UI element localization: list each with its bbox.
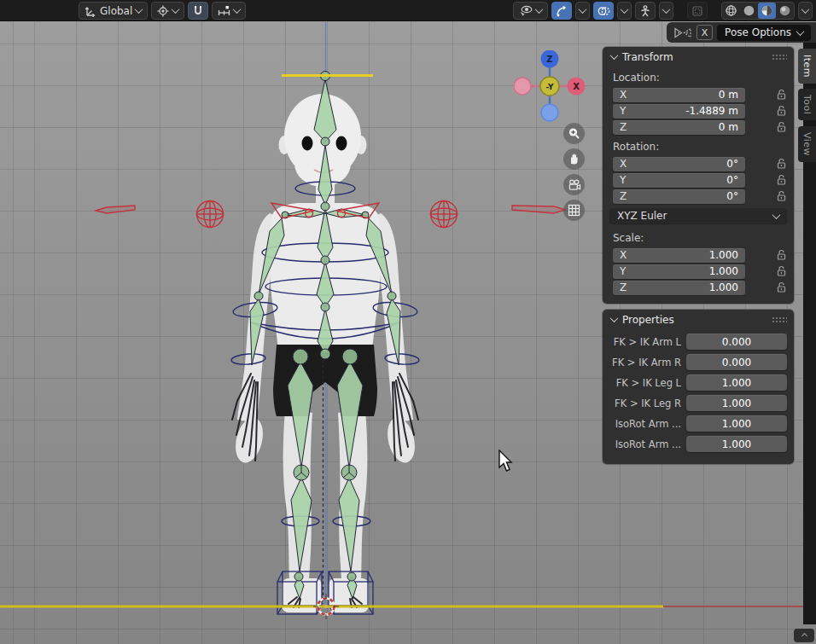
svg-text:-Y: -Y (546, 83, 554, 91)
tab-item[interactable]: Item (798, 49, 816, 84)
fk-ik-leg-r-row: FK > IK Leg R 1.000 (606, 395, 787, 411)
scale-label: Scale: (603, 227, 794, 247)
unlock-icon[interactable] (776, 265, 787, 277)
location-x-field[interactable]: X 0 m (613, 88, 745, 102)
viewport-shading-group (721, 2, 795, 20)
left-eye (302, 136, 313, 151)
zoom-button[interactable] (563, 123, 585, 144)
scale-x-field[interactable]: X 1.000 (613, 248, 745, 263)
pose-options-label: Pose Options (725, 26, 791, 38)
fk-ik-arm-l-field[interactable]: 0.000 (686, 334, 787, 350)
shading-material-preview-button[interactable] (758, 3, 776, 19)
mirror-icon[interactable] (673, 26, 692, 39)
panel-title: Transform (622, 51, 673, 63)
tab-view[interactable]: View (798, 126, 816, 162)
fk-ik-arm-r-field[interactable]: 0.000 (686, 354, 787, 370)
rotation-mode-dropdown[interactable]: XYZ Euler (609, 208, 787, 223)
shading-dropdown[interactable] (798, 2, 813, 20)
isorot-arm-1-field[interactable]: 1.000 (686, 415, 787, 432)
scrollbar-corner-button[interactable] (794, 629, 814, 642)
mirror-x-toggle[interactable]: X (697, 25, 713, 40)
gizmo-z-positive-ball: Z (541, 50, 559, 68)
toggle-ortho-button[interactable] (563, 200, 585, 221)
shading-rendered-button[interactable] (776, 3, 794, 19)
fk-ik-arm-r-row: FK > IK Arm R 0.000 (606, 354, 787, 370)
unlock-icon[interactable] (776, 121, 787, 133)
rotation-x-field[interactable]: X 0° (613, 157, 745, 171)
fk-ik-arm-l-row: FK > IK Arm L 0.000 (606, 334, 787, 350)
scale-y-field[interactable]: Y 1.000 (613, 264, 745, 279)
rotation-label: Rotation: (603, 136, 794, 155)
snap-toggle-button[interactable] (188, 2, 208, 20)
fk-ik-leg-r-field[interactable]: 1.000 (686, 395, 787, 411)
unlock-icon[interactable] (776, 158, 787, 170)
camera-view-button[interactable] (563, 174, 585, 195)
gizmo-z-negative-ball (541, 104, 558, 121)
mouse-cursor (498, 450, 515, 473)
overlays-icon (597, 5, 610, 17)
selected-bone-widget (282, 74, 373, 77)
transform-panel-header[interactable]: Transform (603, 47, 794, 67)
chevron-down-icon (172, 5, 180, 14)
location-y-row: Y -1.4889 m (613, 103, 787, 119)
panel-title: Properties (622, 314, 674, 326)
chevron-down-icon (772, 211, 781, 219)
tab-tool[interactable]: Tool (798, 89, 816, 120)
pose-options-dropdown[interactable]: Pose Options (717, 25, 811, 41)
rotation-z-field[interactable]: Z 0° (613, 189, 745, 204)
fk-ik-leg-l-field[interactable]: 1.000 (686, 374, 787, 391)
unlock-icon[interactable] (776, 89, 787, 101)
chevron-down-icon (535, 5, 544, 14)
rotation-z-row: Z 0° (613, 189, 787, 204)
xray-toggle-button[interactable] (635, 2, 656, 20)
solid-sphere-icon (743, 4, 755, 17)
chevron-down-icon (796, 27, 805, 36)
right-eye (336, 136, 347, 151)
panel-grip-icon[interactable] (772, 316, 787, 322)
camera-icon (568, 179, 581, 191)
xray-dropdown[interactable] (659, 2, 673, 20)
shading-wireframe-button[interactable] (722, 3, 740, 19)
overlays-dropdown[interactable] (617, 2, 632, 20)
right-elbow-ik-sphere (431, 201, 458, 228)
chevron-down-icon (801, 5, 810, 14)
location-z-field[interactable]: Z 0 m (613, 120, 745, 135)
show-overlays-button[interactable] (593, 2, 614, 20)
properties-panel-header[interactable]: Properties (603, 310, 794, 329)
magnet-icon (192, 5, 204, 17)
svg-text:Z: Z (546, 55, 552, 64)
isorot-arm-2-field[interactable]: 1.000 (686, 436, 787, 452)
blender-3d-viewport: Z X -Y (0, 0, 816, 644)
rotation-y-field[interactable]: Y 0° (613, 173, 745, 188)
properties-panel: Properties FK > IK Arm L 0.000 FK > IK A… (603, 310, 794, 464)
location-z-row: Z 0 m (613, 119, 787, 135)
snap-settings-dropdown[interactable] (212, 2, 246, 20)
right-hand-ik-disc (512, 206, 565, 213)
location-x-row: X 0 m (613, 87, 787, 102)
show-gizmo-button[interactable] (551, 2, 572, 20)
rotation-x-row: X 0° (613, 156, 787, 171)
pan-button[interactable] (563, 148, 585, 170)
wireframe-sphere-icon (725, 4, 737, 17)
scale-z-field[interactable]: Z 1.000 (613, 281, 745, 295)
isorot-arm-2-row: IsoRot Arm ... 1.000 (606, 436, 787, 452)
unlock-icon[interactable] (776, 249, 787, 261)
gizmo-dropdown[interactable] (575, 2, 590, 20)
unlock-icon[interactable] (776, 105, 787, 117)
material-sphere-icon (761, 4, 773, 17)
shading-solid-button[interactable] (740, 3, 758, 19)
rotation-mode-label: XYZ Euler (617, 210, 667, 222)
unlock-icon[interactable] (776, 174, 787, 186)
object-visibility-dropdown[interactable] (513, 2, 548, 20)
unlock-icon[interactable] (776, 190, 787, 202)
chevron-down-icon (233, 5, 242, 14)
navigation-gizmo[interactable]: Z X -Y (514, 50, 586, 122)
pivot-point-dropdown[interactable] (151, 2, 184, 20)
transform-orientation-dropdown[interactable]: Global (79, 2, 148, 20)
unlock-icon[interactable] (776, 281, 787, 293)
snap-increments-icon (218, 5, 230, 17)
panel-grip-icon[interactable] (772, 54, 787, 60)
gizmo-x-negative-ball (514, 78, 531, 95)
render-pass-button[interactable] (687, 2, 708, 20)
location-y-field[interactable]: Y -1.4889 m (613, 104, 745, 119)
